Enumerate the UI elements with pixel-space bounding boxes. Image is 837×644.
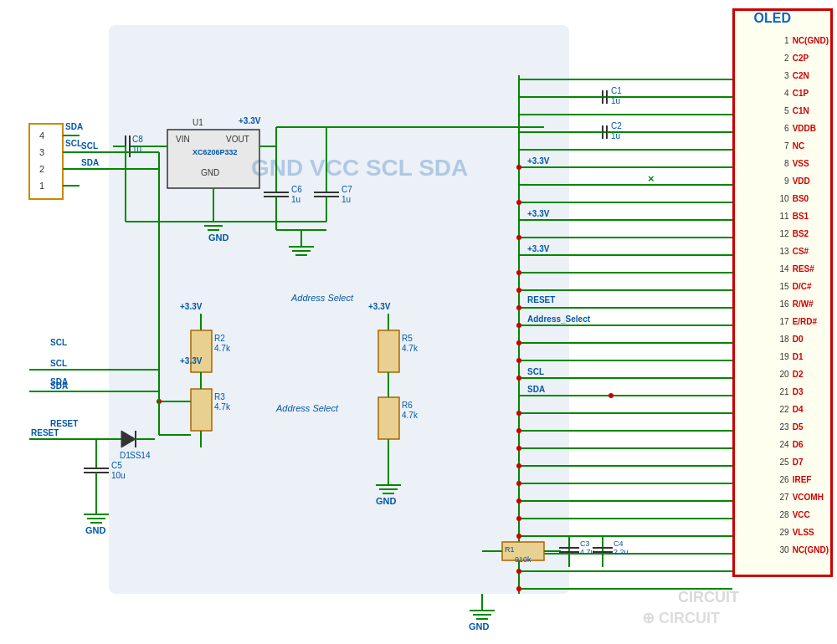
svg-rect-1	[29, 124, 63, 199]
schematic-svg: 4 3 2 1 SDA SCL U1 VIN VOUT XC6206P332 G…	[0, 0, 837, 644]
pin-name: NC(GND)	[793, 545, 829, 555]
svg-text:C8: C8	[132, 135, 143, 144]
pin-number: 14	[774, 264, 789, 273]
svg-point-177	[516, 498, 521, 503]
pin-name: D7	[793, 457, 804, 467]
pin-row: 28VCC	[774, 506, 829, 524]
svg-text:+3.3V: +3.3V	[180, 356, 203, 365]
svg-text:2.2u: 2.2u	[614, 548, 629, 556]
pin-number: 2	[774, 54, 789, 63]
svg-text:1u: 1u	[341, 195, 351, 204]
svg-text:C3: C3	[580, 539, 590, 548]
svg-point-173	[516, 463, 521, 468]
pin-number: 26	[774, 475, 789, 484]
pin-name: VDD	[793, 176, 810, 186]
svg-text:+3.3V: +3.3V	[527, 156, 550, 166]
pin-name: D3	[793, 387, 804, 396]
svg-text:Address Select: Address Select	[290, 293, 354, 303]
pin-row: 23D5	[774, 418, 829, 436]
pin-name: BS1	[793, 212, 809, 221]
svg-point-167	[516, 411, 521, 416]
pin-name: NC	[793, 141, 804, 151]
pin-name: BS2	[793, 229, 809, 238]
svg-point-149	[516, 288, 521, 293]
svg-point-135	[516, 165, 521, 170]
pin-name: IREF	[793, 475, 812, 484]
svg-text:CIRCUIT: CIRCUIT	[678, 589, 739, 606]
pin-number: 16	[774, 299, 789, 309]
pin-row: 5C1N	[774, 102, 829, 120]
pin-number: 30	[774, 545, 789, 555]
pin-name: R/W#	[793, 299, 814, 309]
pin-row: 18D0	[774, 330, 829, 348]
svg-text:3: 3	[39, 147, 44, 157]
pin-row: 6VDDB	[774, 120, 829, 137]
pin-number: 12	[774, 229, 789, 238]
svg-text:GND: GND	[201, 168, 219, 177]
svg-text:+3.3V: +3.3V	[368, 302, 391, 311]
svg-text:GND VCC SCL SDA: GND VCC SCL SDA	[251, 155, 468, 181]
svg-text:GND: GND	[85, 525, 106, 535]
svg-point-185	[516, 569, 521, 574]
svg-text:4.7u: 4.7u	[580, 548, 595, 556]
svg-text:GND: GND	[208, 233, 229, 243]
pin-number: 10	[774, 194, 789, 203]
pin-row: 1NC(GND)	[774, 32, 829, 49]
pin-row: 30NC(GND)	[774, 541, 829, 559]
pin-row: 24D6	[774, 436, 829, 453]
pin-name: VDDB	[793, 124, 816, 133]
svg-text:4.7k: 4.7k	[214, 344, 231, 353]
pin-row: 2C2P	[774, 49, 829, 67]
pin-number: 4	[774, 89, 789, 98]
pin-row: 20D2	[774, 365, 829, 383]
pin-row: 14RES#	[774, 260, 829, 278]
pin-name: RES#	[793, 264, 814, 273]
svg-text:4.7k: 4.7k	[402, 411, 418, 420]
svg-text:10u: 10u	[111, 471, 126, 480]
svg-rect-67	[191, 389, 212, 431]
pin-name: NC(GND)	[793, 36, 829, 45]
pin-name: VCOMH	[793, 493, 824, 502]
svg-text:R1: R1	[505, 545, 515, 554]
pin-name: VSS	[793, 159, 809, 168]
pin-number: 20	[774, 370, 789, 379]
svg-text:+3.3V: +3.3V	[180, 302, 203, 311]
pin-name: BS0	[793, 194, 809, 203]
svg-point-165	[608, 393, 614, 398]
pin-name: D1	[793, 352, 804, 361]
pin-row: 17E/RD#	[774, 313, 829, 330]
pin-number: 28	[774, 510, 789, 519]
pin-number: 23	[774, 422, 789, 432]
pin-name: D0	[793, 335, 804, 344]
pin-number: 21	[774, 387, 789, 396]
pin-row: 9VDD	[774, 172, 829, 190]
svg-text:4.7k: 4.7k	[402, 344, 418, 353]
svg-point-179	[516, 516, 521, 521]
svg-rect-84	[378, 330, 399, 372]
svg-text:910k: 910k	[515, 555, 531, 564]
svg-text:R6: R6	[402, 401, 413, 410]
svg-text:SDA: SDA	[65, 122, 83, 131]
pin-row: 3C2N	[774, 67, 829, 84]
svg-text:×: ×	[648, 172, 655, 185]
svg-text:U1: U1	[193, 118, 203, 127]
svg-text:1u: 1u	[291, 195, 300, 204]
svg-text:R2: R2	[214, 334, 225, 343]
pin-name: C1N	[793, 106, 809, 115]
pin-row: 27VCOMH	[774, 488, 829, 506]
pin-row: 10BS0	[774, 190, 829, 207]
svg-text:C6: C6	[291, 185, 302, 194]
pin-name: VLSS	[793, 528, 814, 537]
pin-number: 11	[774, 212, 789, 221]
pin-row: 21D3	[774, 383, 829, 401]
svg-text:SS14: SS14	[130, 451, 151, 460]
pin-row: 29VLSS	[774, 524, 829, 541]
svg-text:2: 2	[39, 164, 44, 174]
pin-name: C2N	[793, 71, 809, 80]
pin-number: 17	[774, 317, 789, 326]
pin-row: 13CS#	[774, 243, 829, 260]
pin-number: 13	[774, 247, 789, 256]
svg-text:+3.3V: +3.3V	[527, 209, 550, 218]
svg-text:SCL: SCL	[50, 359, 67, 368]
pin-name: D6	[793, 440, 804, 449]
